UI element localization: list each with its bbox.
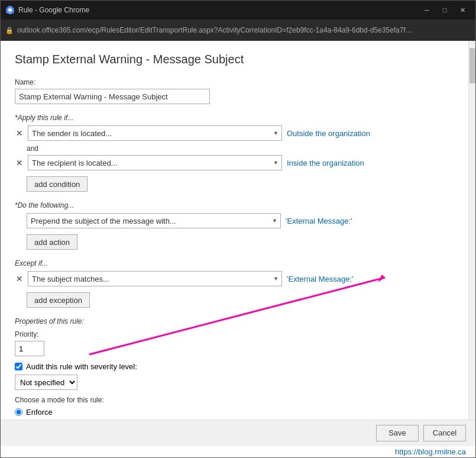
test-label: Test with Policy Tips — [26, 419, 95, 420]
add-exception-button[interactable]: add exception — [27, 292, 90, 308]
except-if-label: Except if... — [15, 259, 454, 267]
apply-rule-label: *Apply this rule if... — [15, 114, 454, 122]
page-title: Stamp External Warning - Message Subject — [15, 53, 454, 66]
scrollbar-thumb[interactable] — [469, 48, 475, 83]
name-label: Name: — [15, 78, 454, 86]
exception-dropdown[interactable]: The subject matches... — [28, 271, 282, 286]
cancel-button[interactable]: Cancel — [423, 425, 466, 441]
svg-point-1 — [8, 8, 12, 12]
condition-1-link[interactable]: Outside the organization — [287, 129, 370, 138]
remove-exception-button[interactable]: ✕ — [15, 275, 23, 283]
footer-bar: Save Cancel — [1, 420, 475, 446]
test-row: Test with Policy Tips — [15, 419, 454, 420]
properties-section: Properties of this rule: Priority: Audit… — [15, 317, 454, 420]
audit-label: Audit this rule with severity level: — [26, 362, 137, 371]
address-bar: 🔒 outlook.office365.com/ecp/RulesEditor/… — [1, 20, 475, 41]
main-content: Stamp External Warning - Message Subject… — [1, 41, 468, 420]
main-wrapper: Stamp External Warning - Message Subject… — [1, 41, 475, 457]
properties-title: Properties of this rule: — [15, 317, 454, 325]
action-row: Prepend the subject of the message with.… — [15, 213, 454, 228]
mode-label: Choose a mode for this rule: — [15, 396, 454, 404]
exception-row: ✕ The subject matches... 'External Messa… — [15, 271, 454, 286]
url-text: outlook.office365.com/ecp/RulesEditor/Ed… — [17, 26, 471, 34]
enforce-row: Enforce — [15, 408, 454, 417]
window: Rule - Google Chrome ─ □ ✕ 🔒 outlook.off… — [0, 0, 476, 458]
window-title: Rule - Google Chrome — [18, 6, 89, 14]
condition-2-link[interactable]: Inside the organization — [287, 159, 364, 167]
priority-input[interactable] — [15, 341, 44, 356]
minimize-button[interactable]: ─ — [419, 4, 435, 17]
close-button[interactable]: ✕ — [454, 4, 471, 17]
lock-icon: 🔒 — [5, 27, 14, 34]
title-bar: Rule - Google Chrome ─ □ ✕ — [1, 1, 475, 20]
condition-row-2: ✕ The recipient is located... Inside the… — [15, 155, 454, 170]
and-label: and — [27, 144, 454, 153]
audit-checkbox[interactable] — [15, 363, 22, 370]
action-dropdown-wrapper: Prepend the subject of the message with.… — [27, 213, 281, 228]
condition-2-dropdown-wrapper: The recipient is located... — [28, 155, 282, 170]
add-action-button[interactable]: add action — [27, 234, 77, 250]
scrollbar[interactable] — [468, 41, 475, 420]
enforce-label: Enforce — [26, 408, 53, 417]
condition-1-dropdown[interactable]: The sender is located... — [28, 125, 282, 141]
content-wrapper: Stamp External Warning - Message Subject… — [1, 41, 475, 420]
name-input[interactable] — [15, 89, 210, 104]
footer-link[interactable]: https://blog.rmilne.ca — [395, 447, 466, 456]
name-section: Name: — [15, 78, 454, 104]
priority-label: Priority: — [15, 330, 454, 338]
audit-row: Audit this rule with severity level: — [15, 362, 454, 371]
condition-1-dropdown-wrapper: The sender is located... — [28, 125, 282, 141]
severity-select[interactable]: Not specified Low Medium High — [15, 375, 77, 390]
save-button[interactable]: Save — [376, 425, 419, 441]
condition-row-1: ✕ The sender is located... Outside the o… — [15, 125, 454, 141]
remove-condition-2-button[interactable]: ✕ — [15, 159, 23, 167]
action-link[interactable]: 'External Message:' — [286, 217, 352, 225]
condition-2-dropdown[interactable]: The recipient is located... — [28, 155, 282, 170]
remove-condition-1-button[interactable]: ✕ — [15, 129, 23, 138]
exception-link[interactable]: 'External Message:' — [287, 275, 354, 283]
severity-row: Not specified Low Medium High — [15, 375, 454, 390]
enforce-radio[interactable] — [15, 408, 22, 416]
exception-dropdown-wrapper: The subject matches... — [28, 271, 282, 286]
maximize-button[interactable]: □ — [436, 4, 453, 17]
add-condition-button[interactable]: add condition — [27, 176, 88, 192]
chrome-icon — [5, 5, 15, 15]
action-dropdown[interactable]: Prepend the subject of the message with.… — [27, 213, 281, 228]
do-following-label: *Do the following... — [15, 201, 454, 209]
